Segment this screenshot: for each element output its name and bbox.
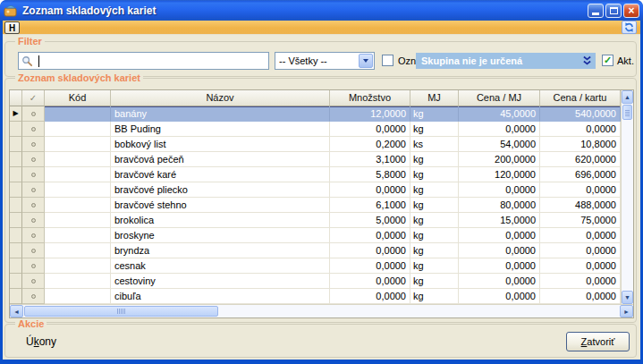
header-check-column[interactable]: ✓ (22, 90, 45, 106)
filter-groupbox: Filter -- Všetky -- Ozn. Skupina nie je … (4, 41, 637, 77)
record-state-icon (31, 218, 36, 223)
table-row[interactable]: ▶ broskyne 0,0000 kg 0,0000 0,0000 (10, 228, 622, 243)
row-state-cell (22, 167, 45, 182)
table-row[interactable]: ▶ bravčová pečeň 3,1000 kg 200,0000 620,… (10, 152, 622, 167)
table-row[interactable]: ▶ cesnak 0,0000 kg 0,0000 0,0000 (10, 258, 622, 274)
zatvorit-button[interactable]: Zatvoriť (566, 332, 630, 351)
cell-mj: kg (410, 213, 459, 228)
filter-legend: Filter (15, 36, 45, 47)
cell-cena-kartu: 0,0000 (540, 122, 621, 137)
scroll-right-button[interactable]: ► (620, 305, 633, 317)
vscroll-thumb[interactable] (622, 105, 632, 120)
ukony-label: Ú (26, 335, 34, 348)
cell-nazov: bravčové karé (111, 167, 330, 182)
cell-cena-mj: 54,0000 (459, 137, 540, 152)
window-title: Zoznam skladových kariet (22, 4, 588, 17)
cell-mnozstvo: 0,0000 (330, 182, 410, 198)
table-row[interactable]: ▶ cestoviny 0,0000 kg 0,0000 0,0000 (10, 274, 622, 289)
check-icon: ✓ (30, 93, 37, 103)
cell-cena-kartu: 696,0000 (540, 167, 621, 182)
ukony-label-rest: ony (39, 335, 56, 348)
cell-nazov: bravčové stehno (111, 198, 330, 213)
row-state-cell (22, 182, 45, 198)
row-state-cell (22, 106, 45, 122)
row-selector-cell: ▶ (10, 274, 22, 289)
record-state-icon (31, 233, 36, 238)
cell-mnozstvo: 0,0000 (330, 122, 410, 137)
scroll-down-icon: ▼ (624, 294, 630, 301)
ozn-checkbox[interactable] (382, 55, 393, 66)
cell-cena-mj: 45,0000 (459, 106, 540, 122)
cell-cena-kartu: 0,0000 (540, 228, 621, 243)
scroll-up-button[interactable]: ▲ (622, 90, 633, 104)
scroll-left-icon: ◄ (13, 309, 20, 315)
group-filter-value: Skupina nie je určená (421, 55, 583, 66)
group-filter-field[interactable]: Skupina nie je určená (416, 53, 596, 69)
column-header-mnozstvo[interactable]: Množstvo (330, 90, 410, 106)
combobox-dropdown-button[interactable] (359, 54, 373, 68)
scroll-right-icon: ► (623, 309, 630, 315)
scroll-left-button[interactable]: ◄ (10, 305, 23, 317)
row-selector-cell: ▶ (10, 122, 22, 137)
table-row[interactable]: ▶ bravčové karé 5,8000 kg 120,0000 696,0… (10, 167, 622, 182)
maximize-button[interactable] (605, 4, 622, 18)
column-header-cena-kartu[interactable]: Cena / kartu (540, 90, 621, 106)
grid-body: ▶ banány 12,0000 kg 45,0000 540,0000 ▶ B… (10, 106, 622, 304)
cell-mnozstvo: 0,0000 (330, 289, 410, 304)
column-header-mj[interactable]: MJ (410, 90, 459, 106)
title-bar[interactable]: Zoznam skladových kariet × (0, 0, 643, 21)
row-state-cell (22, 213, 45, 228)
close-window-button[interactable]: × (623, 4, 639, 18)
cell-cena-kartu: 0,0000 (540, 258, 621, 274)
record-state-icon (31, 112, 36, 116)
check-icon: ✓ (604, 55, 612, 64)
scroll-down-button[interactable]: ▼ (622, 291, 633, 304)
filter-combobox[interactable]: -- Všetky -- (275, 52, 375, 70)
table-row[interactable]: ▶ cibuľa 0,0000 kg 0,0000 0,0000 (10, 289, 622, 304)
table-row[interactable]: ▶ brokolica 5,0000 kg 15,0000 75,0000 (10, 213, 622, 228)
column-header-kod[interactable]: Kód (45, 90, 111, 106)
cell-mj: kg (410, 198, 459, 213)
cell-kod (45, 137, 111, 152)
row-state-cell (22, 274, 45, 289)
table-row[interactable]: ▶ bryndza 0,0000 kg 0,0000 0,0000 (10, 243, 622, 258)
table-row[interactable]: ▶ banány 12,0000 kg 45,0000 540,0000 (10, 106, 622, 122)
cell-nazov: bravčové pliecko (111, 182, 330, 198)
cell-mj: kg (410, 152, 459, 167)
column-header-nazov[interactable]: Názov (111, 90, 330, 106)
search-input[interactable] (18, 52, 269, 70)
cell-cena-kartu: 0,0000 (540, 289, 621, 304)
refresh-button[interactable] (622, 21, 637, 34)
cell-cena-mj: 200,0000 (459, 152, 540, 167)
grid-groupbox: Zoznam skladových kariet ✓ Kód Názov Mno… (4, 78, 637, 323)
horizontal-scrollbar[interactable]: ◄ ► (10, 304, 633, 317)
table-row[interactable]: ▶ bobkový list 0,2000 ks 54,0000 10,8000 (10, 137, 622, 152)
row-selector-cell: ▶ (10, 213, 22, 228)
cell-nazov: brokolica (111, 213, 330, 228)
record-state-icon (31, 188, 36, 192)
cell-cena-kartu: 0,0000 (540, 243, 621, 258)
table-row[interactable]: ▶ bravčové pliecko 0,0000 kg 0,0000 0,00… (10, 182, 622, 198)
h-button[interactable]: H (4, 21, 20, 34)
app-icon[interactable] (4, 4, 18, 18)
hscroll-thumb[interactable] (24, 306, 218, 317)
cell-cena-kartu: 0,0000 (540, 182, 621, 198)
cell-cena-mj: 0,0000 (459, 289, 540, 304)
akt-checkbox[interactable]: ✓ (602, 55, 613, 66)
table-row[interactable]: ▶ BB Puding 0,0000 kg 0,0000 0,0000 (10, 122, 622, 137)
row-selector-cell: ▶ (10, 289, 22, 304)
cell-cena-mj: 15,0000 (459, 213, 540, 228)
cell-mnozstvo: 3,1000 (330, 152, 410, 167)
cell-mnozstvo: 0,0000 (330, 274, 410, 289)
grid-header-row: ✓ Kód Názov Množstvo MJ Cena / MJ Cena /… (10, 90, 633, 106)
vertical-scrollbar[interactable]: ▲ ▼ (621, 90, 633, 304)
app-window: Zoznam skladových kariet × H Filter (0, 0, 643, 364)
column-header-cena-mj[interactable]: Cena / MJ (459, 90, 540, 106)
cell-mj: kg (410, 274, 459, 289)
ukony-menu[interactable]: Úkony (26, 335, 56, 348)
zatvorit-label-rest: atvoriť (587, 336, 614, 347)
minimize-button[interactable] (588, 4, 604, 18)
table-row[interactable]: ▶ bravčové stehno 6,1000 kg 80,0000 488,… (10, 198, 622, 213)
record-state-icon (31, 157, 36, 162)
cell-nazov: cibuľa (111, 289, 330, 304)
